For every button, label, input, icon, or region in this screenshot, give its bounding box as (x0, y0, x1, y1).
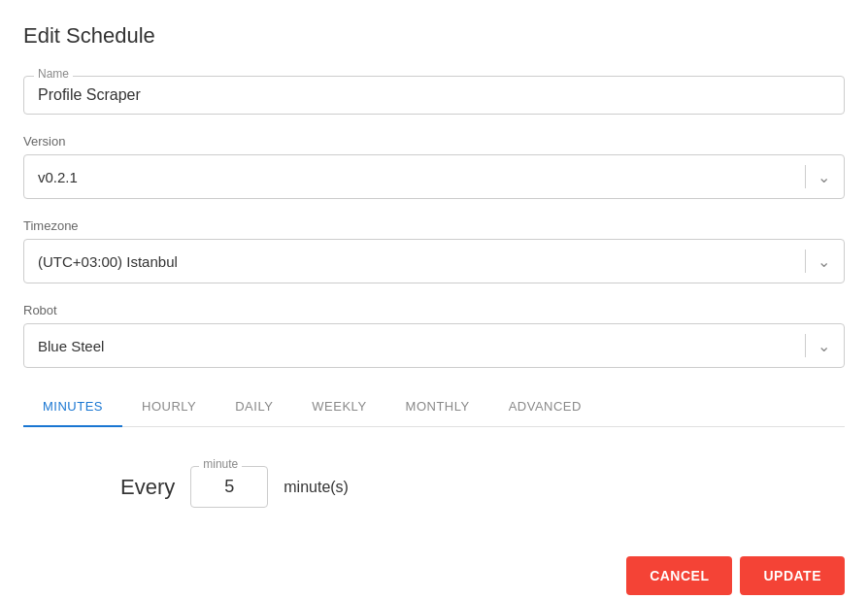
version-label: Version (23, 134, 845, 149)
version-select[interactable]: v0.2.1 ⌄ (23, 154, 845, 199)
cancel-button[interactable]: CANCEL (626, 556, 732, 595)
name-label: Name (34, 67, 73, 81)
chevron-down-icon: ⌄ (805, 250, 830, 273)
footer-actions: CANCEL UPDATE (23, 556, 845, 595)
version-section: Version v0.2.1 ⌄ (23, 134, 845, 199)
chevron-down-icon: ⌄ (805, 334, 830, 357)
minute-input-wrapper: minute 5 (190, 466, 268, 508)
version-value: v0.2.1 (38, 169, 78, 185)
timezone-section: Timezone (UTC+03:00) Istanbul ⌄ (23, 218, 845, 283)
every-label: Every (120, 475, 175, 500)
tab-advanced[interactable]: ADVANCED (489, 387, 601, 427)
tab-daily[interactable]: DAILY (216, 387, 292, 427)
minute-value[interactable]: 5 (205, 475, 253, 497)
chevron-down-icon: ⌄ (805, 165, 830, 188)
update-button[interactable]: UPDATE (740, 556, 845, 595)
timezone-select[interactable]: (UTC+03:00) Istanbul ⌄ (23, 239, 845, 283)
timezone-value: (UTC+03:00) Istanbul (38, 253, 178, 270)
tab-minutes[interactable]: MINUTES (23, 387, 122, 427)
schedule-tabs: MINUTES HOURLY DAILY WEEKLY MONTHLY ADVA… (23, 387, 845, 427)
minutes-suffix: minute(s) (284, 479, 349, 496)
tab-monthly[interactable]: MONTHLY (386, 387, 489, 427)
name-value: Profile Scraper (38, 84, 830, 104)
robot-select[interactable]: Blue Steel ⌄ (23, 323, 845, 368)
robot-value: Blue Steel (38, 338, 104, 354)
tab-weekly[interactable]: WEEKLY (292, 387, 385, 427)
tab-hourly[interactable]: HOURLY (122, 387, 216, 427)
robot-label: Robot (23, 303, 845, 317)
name-field: Name Profile Scraper (23, 76, 845, 115)
minutes-panel: Every minute 5 minute(s) (23, 456, 845, 517)
robot-section: Robot Blue Steel ⌄ (23, 303, 845, 368)
timezone-label: Timezone (23, 218, 845, 233)
minute-label: minute (199, 457, 242, 471)
page-title: Edit Schedule (23, 23, 845, 49)
